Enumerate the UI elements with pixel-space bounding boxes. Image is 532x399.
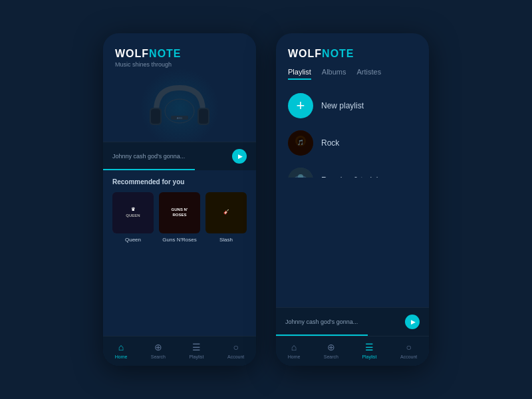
playlist-item-rock[interactable]: 🎵 Rock — [288, 126, 417, 160]
nav-account-right[interactable]: ○ Account — [400, 342, 417, 359]
left-hero: WOLF NOTE Music shines through AKG — [103, 33, 256, 142]
plus-icon: + — [297, 98, 305, 113]
tab-albums[interactable]: Albums — [322, 68, 346, 80]
brand-note-left: NOTE — [149, 48, 181, 60]
album-cover-queen: ♛QUEEN — [112, 192, 154, 233]
now-playing-container-right: Johnny cash god's gonna... ▶ — [276, 307, 429, 336]
account-icon-right: ○ — [406, 342, 411, 352]
new-playlist-label: New playlist — [321, 101, 364, 110]
left-screen: WOLF NOTE Music shines through AKG — [103, 33, 256, 366]
nav-playlist-left[interactable]: ☰ Playlist — [189, 342, 203, 359]
nav-account-label-left: Account — [227, 354, 244, 359]
nav-home-left[interactable]: ⌂ Home — [115, 342, 128, 359]
slash-art-label: 🎸 — [223, 209, 229, 215]
play-button-left[interactable]: ▶ — [232, 149, 247, 164]
nav-search-left[interactable]: ⊕ Search — [151, 342, 166, 359]
gnr-art: GUNS N'ROSES — [159, 192, 200, 233]
right-screen: WOLF NOTE Playlist Albums Artistes + New… — [276, 33, 429, 366]
bottom-nav-left: ⌂ Home ⊕ Search ☰ Playlist ○ Account — [103, 336, 256, 366]
new-playlist-thumb: + — [288, 93, 313, 118]
nav-playlist-right[interactable]: ☰ Playlist — [362, 342, 376, 359]
now-playing-text-left: Johnny cash god's gonna... — [112, 153, 185, 160]
right-main: WOLF NOTE Playlist Albums Artistes + New… — [276, 33, 429, 178]
playlist-icon-left: ☰ — [192, 342, 201, 352]
playlist-item-running[interactable]: Running & training — [288, 164, 417, 178]
play-icon-left: ▶ — [238, 153, 243, 160]
running-thumb-art — [288, 168, 313, 178]
recommended-section: Recommended for you ♛QUEEN Queen GUNS N'… — [103, 170, 256, 243]
left-brand: WOLF NOTE — [115, 48, 244, 60]
play-button-right[interactable]: ▶ — [405, 315, 420, 329]
album-label-gnr: Guns N'Roses — [162, 237, 196, 243]
now-playing-bar-right[interactable]: Johnny cash god's gonna... ▶ — [276, 307, 429, 336]
play-icon-right: ▶ — [411, 319, 416, 325]
tagline-left: Music shines through — [115, 61, 244, 68]
rock-thumb-art: 🎵 — [288, 130, 313, 156]
home-icon-left: ⌂ — [118, 342, 124, 352]
brand-wolf-right: WOLF — [288, 48, 322, 60]
svg-text:🎵: 🎵 — [297, 139, 304, 146]
svg-text:AKG: AKG — [177, 116, 182, 120]
progress-bar-right — [276, 334, 368, 336]
rock-playlist-thumb: 🎵 — [288, 130, 313, 156]
queen-art: ♛QUEEN — [112, 192, 154, 233]
bottom-nav-right: ⌂ Home ⊕ Search ☰ Playlist ○ Account — [276, 336, 429, 366]
account-icon-left: ○ — [233, 342, 238, 352]
nav-search-label-left: Search — [151, 354, 166, 359]
album-item-gnr[interactable]: GUNS N'ROSES Guns N'Roses — [159, 192, 200, 243]
now-playing-bar-left[interactable]: Johnny cash god's gonna... ▶ — [103, 142, 256, 170]
album-cover-slash: 🎸 — [205, 192, 247, 233]
nav-home-label-left: Home — [115, 354, 128, 359]
tab-artistes[interactable]: Artistes — [357, 68, 382, 80]
nav-playlist-label-right: Playlist — [362, 354, 376, 359]
nav-account-left[interactable]: ○ Account — [227, 342, 244, 359]
right-brand: WOLF NOTE — [288, 48, 417, 60]
svg-rect-1 — [151, 109, 160, 124]
svg-rect-3 — [199, 109, 208, 124]
nav-playlist-label-left: Playlist — [189, 354, 203, 359]
nav-account-label-right: Account — [400, 354, 417, 359]
nav-search-right[interactable]: ⊕ Search — [324, 342, 338, 359]
now-playing-text-right: Johnny cash god's gonna... — [285, 319, 358, 325]
tabs-row: Playlist Albums Artistes — [288, 68, 417, 80]
nav-home-label-right: Home — [288, 354, 301, 359]
headphones-area: AKG — [115, 74, 244, 141]
album-label-slash: Slash — [219, 237, 233, 243]
playlist-item-new[interactable]: + New playlist — [288, 89, 417, 122]
search-icon-right: ⊕ — [327, 342, 335, 352]
brand-note-right: NOTE — [322, 48, 354, 60]
album-grid: ♛QUEEN Queen GUNS N'ROSES Guns N'Roses 🎸 — [112, 192, 247, 243]
progress-bar-left — [103, 169, 195, 170]
recommended-title: Recommended for you — [112, 178, 247, 186]
album-item-queen[interactable]: ♛QUEEN Queen — [112, 192, 154, 243]
brand-wolf-left: WOLF — [115, 48, 149, 60]
tab-playlist[interactable]: Playlist — [288, 68, 311, 80]
nav-search-label-right: Search — [324, 354, 338, 359]
album-label-queen: Queen — [125, 237, 141, 243]
gnr-art-label: GUNS N'ROSES — [172, 207, 188, 218]
headphones-icon: AKG — [143, 74, 216, 141]
playlist-list: + New playlist 🎵 Rock — [288, 89, 417, 178]
rock-playlist-label: Rock — [321, 138, 339, 148]
search-icon-left: ⊕ — [154, 342, 162, 352]
running-playlist-thumb — [288, 168, 313, 178]
nav-home-right[interactable]: ⌂ Home — [288, 342, 301, 359]
slash-art: 🎸 — [205, 192, 247, 233]
home-icon-right: ⌂ — [291, 342, 297, 352]
album-item-slash[interactable]: 🎸 Slash — [205, 192, 247, 243]
album-cover-gnr: GUNS N'ROSES — [159, 192, 200, 233]
now-playing-container-left: Johnny cash god's gonna... ▶ — [103, 142, 256, 170]
playlist-icon-right: ☰ — [365, 342, 374, 352]
queen-art-label: ♛QUEEN — [126, 207, 140, 218]
